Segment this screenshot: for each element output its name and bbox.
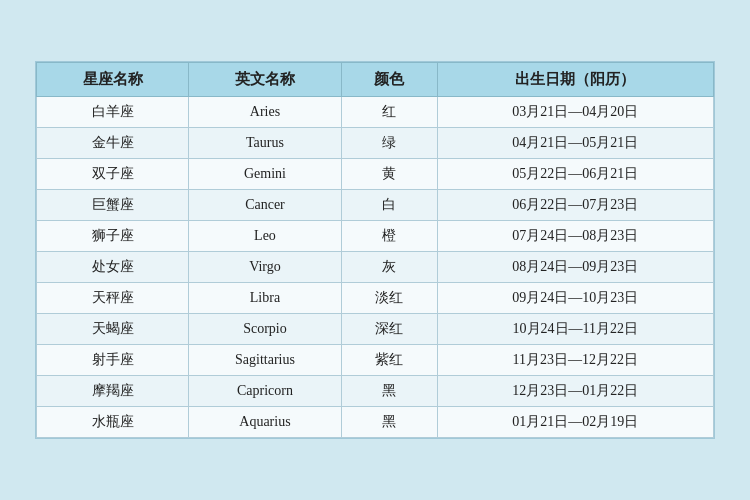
table-row: 巨蟹座Cancer白06月22日—07月23日 [37, 190, 714, 221]
header-chinese-name: 星座名称 [37, 63, 189, 97]
cell-color: 绿 [341, 128, 437, 159]
zodiac-table-container: 星座名称 英文名称 颜色 出生日期（阳历） 白羊座Aries红03月21日—04… [35, 61, 715, 439]
cell-color: 淡红 [341, 283, 437, 314]
cell-dates: 04月21日—05月21日 [437, 128, 713, 159]
cell-dates: 07月24日—08月23日 [437, 221, 713, 252]
cell-dates: 05月22日—06月21日 [437, 159, 713, 190]
cell-chinese-name: 巨蟹座 [37, 190, 189, 221]
cell-english-name: Leo [189, 221, 341, 252]
cell-chinese-name: 射手座 [37, 345, 189, 376]
cell-english-name: Libra [189, 283, 341, 314]
cell-chinese-name: 摩羯座 [37, 376, 189, 407]
table-row: 金牛座Taurus绿04月21日—05月21日 [37, 128, 714, 159]
table-row: 射手座Sagittarius紫红11月23日—12月22日 [37, 345, 714, 376]
table-row: 天蝎座Scorpio深红10月24日—11月22日 [37, 314, 714, 345]
table-header-row: 星座名称 英文名称 颜色 出生日期（阳历） [37, 63, 714, 97]
cell-english-name: Virgo [189, 252, 341, 283]
cell-english-name: Scorpio [189, 314, 341, 345]
table-row: 白羊座Aries红03月21日—04月20日 [37, 97, 714, 128]
header-color: 颜色 [341, 63, 437, 97]
cell-dates: 11月23日—12月22日 [437, 345, 713, 376]
cell-dates: 12月23日—01月22日 [437, 376, 713, 407]
header-english-name: 英文名称 [189, 63, 341, 97]
cell-dates: 01月21日—02月19日 [437, 407, 713, 438]
cell-chinese-name: 天秤座 [37, 283, 189, 314]
cell-color: 灰 [341, 252, 437, 283]
table-row: 水瓶座Aquarius黑01月21日—02月19日 [37, 407, 714, 438]
cell-english-name: Gemini [189, 159, 341, 190]
cell-color: 深红 [341, 314, 437, 345]
cell-color: 紫红 [341, 345, 437, 376]
cell-english-name: Cancer [189, 190, 341, 221]
table-row: 天秤座Libra淡红09月24日—10月23日 [37, 283, 714, 314]
cell-chinese-name: 狮子座 [37, 221, 189, 252]
cell-chinese-name: 金牛座 [37, 128, 189, 159]
table-row: 摩羯座Capricorn黑12月23日—01月22日 [37, 376, 714, 407]
zodiac-table: 星座名称 英文名称 颜色 出生日期（阳历） 白羊座Aries红03月21日—04… [36, 62, 714, 438]
table-row: 双子座Gemini黄05月22日—06月21日 [37, 159, 714, 190]
table-row: 狮子座Leo橙07月24日—08月23日 [37, 221, 714, 252]
cell-english-name: Aries [189, 97, 341, 128]
cell-dates: 09月24日—10月23日 [437, 283, 713, 314]
cell-english-name: Taurus [189, 128, 341, 159]
cell-color: 红 [341, 97, 437, 128]
cell-dates: 10月24日—11月22日 [437, 314, 713, 345]
cell-color: 黑 [341, 407, 437, 438]
cell-chinese-name: 白羊座 [37, 97, 189, 128]
cell-color: 黑 [341, 376, 437, 407]
cell-english-name: Sagittarius [189, 345, 341, 376]
cell-dates: 08月24日—09月23日 [437, 252, 713, 283]
cell-chinese-name: 双子座 [37, 159, 189, 190]
table-row: 处女座Virgo灰08月24日—09月23日 [37, 252, 714, 283]
cell-color: 橙 [341, 221, 437, 252]
cell-dates: 06月22日—07月23日 [437, 190, 713, 221]
cell-chinese-name: 水瓶座 [37, 407, 189, 438]
header-dates: 出生日期（阳历） [437, 63, 713, 97]
cell-english-name: Capricorn [189, 376, 341, 407]
cell-color: 白 [341, 190, 437, 221]
cell-english-name: Aquarius [189, 407, 341, 438]
cell-dates: 03月21日—04月20日 [437, 97, 713, 128]
cell-chinese-name: 处女座 [37, 252, 189, 283]
cell-chinese-name: 天蝎座 [37, 314, 189, 345]
cell-color: 黄 [341, 159, 437, 190]
